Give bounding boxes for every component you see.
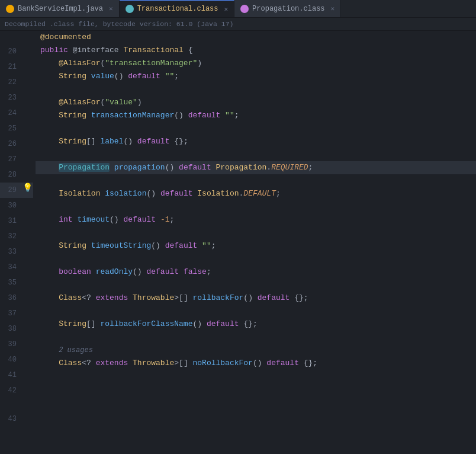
code-line: Class<? extends Throwable>[] rollbackFor… bbox=[36, 292, 476, 305]
line-row: 32 bbox=[0, 229, 33, 244]
line-row-usages bbox=[0, 398, 33, 411]
line-row: 37 bbox=[0, 306, 33, 321]
line-number: 22 bbox=[0, 75, 21, 90]
line-number: 33 bbox=[0, 244, 21, 260]
line-number: 30 bbox=[0, 198, 21, 213]
tab-propagation[interactable]: Propagation.class ✕ bbox=[234, 0, 341, 17]
tab-bankservice-label: BankServiceImpl.java bbox=[18, 5, 103, 13]
line-number: 24 bbox=[0, 105, 21, 121]
line-number bbox=[0, 398, 21, 401]
line-number: 39 bbox=[0, 337, 21, 352]
info-bar: Decompiled .class file, bytecode version… bbox=[0, 18, 476, 31]
code-line: public @interface Transactional { bbox=[36, 44, 476, 57]
code-line: int timeout() default -1; bbox=[36, 213, 476, 226]
line-row: 36 bbox=[0, 290, 33, 306]
line-number: 25 bbox=[0, 121, 21, 136]
code-line: @documented bbox=[36, 31, 476, 44]
line-row: 38 bbox=[0, 321, 33, 337]
tab-bar: BankServiceImpl.java ✕ Transactional.cla… bbox=[0, 0, 476, 18]
line-number: 32 bbox=[0, 229, 21, 244]
line-row: 30 bbox=[0, 198, 33, 213]
line-row: 27 bbox=[0, 152, 33, 167]
line-row: 35 bbox=[0, 275, 33, 290]
code-line bbox=[36, 305, 476, 318]
code-line-highlighted: Propagation propagation() default Propag… bbox=[36, 161, 476, 174]
line-row: 28 bbox=[0, 167, 33, 183]
line-number: 40 bbox=[0, 352, 21, 367]
line-number: 36 bbox=[0, 290, 21, 306]
line-row: 41 bbox=[0, 367, 33, 383]
tab-propagation-label: Propagation.class bbox=[252, 5, 324, 13]
code-line: Class<? extends Throwable>[] noRollbackF… bbox=[36, 357, 476, 370]
code-line-usages: 2 usages bbox=[36, 344, 476, 357]
line-number: 43 bbox=[0, 411, 21, 427]
bulb-icon[interactable]: 💡 bbox=[22, 183, 33, 193]
line-row: 24 bbox=[0, 105, 33, 121]
class-t-icon bbox=[126, 5, 134, 13]
line-row: 23 bbox=[0, 90, 33, 105]
code-line bbox=[36, 122, 476, 135]
code-line bbox=[36, 200, 476, 213]
code-line bbox=[36, 252, 476, 266]
line-row-highlighted: 29 💡 bbox=[0, 183, 33, 198]
line-row: 43 bbox=[0, 411, 33, 427]
tab-propagation-close[interactable]: ✕ bbox=[331, 5, 335, 12]
line-row: 31 bbox=[0, 213, 33, 229]
line-number: 27 bbox=[0, 152, 21, 167]
line-row: 42 bbox=[0, 383, 33, 398]
line-row: 22 bbox=[0, 75, 33, 90]
line-numbers: 20 21 22 23 24 25 26 bbox=[0, 31, 33, 452]
code-line bbox=[36, 331, 476, 344]
line-number: 21 bbox=[0, 59, 21, 75]
code-line: @AliasFor("value") bbox=[36, 96, 476, 109]
code-content: @documented public @interface Transactio… bbox=[33, 31, 476, 452]
line-number: 28 bbox=[0, 167, 21, 183]
line-row: 20 bbox=[0, 44, 33, 59]
code-line: Isolation isolation() default Isolation.… bbox=[36, 187, 476, 200]
line-row: 39 bbox=[0, 337, 33, 352]
line-number: 37 bbox=[0, 306, 21, 321]
line-row: 40 bbox=[0, 352, 33, 367]
code-line bbox=[36, 174, 476, 187]
tab-bankservice-close[interactable]: ✕ bbox=[109, 5, 113, 12]
line-number: 23 bbox=[0, 90, 21, 105]
line-number: 31 bbox=[0, 213, 21, 229]
line-row: 21 bbox=[0, 59, 33, 75]
code-line: boolean readOnly() default false; bbox=[36, 266, 476, 279]
line-row: 26 bbox=[0, 136, 33, 152]
line-number: 41 bbox=[0, 367, 21, 383]
line-number: 26 bbox=[0, 136, 21, 152]
code-line bbox=[36, 83, 476, 96]
line-number: 42 bbox=[0, 383, 21, 398]
tab-transactional-label: Transactional.class bbox=[137, 5, 218, 13]
line-number: 20 bbox=[0, 44, 21, 59]
line-row: 33 bbox=[0, 244, 33, 260]
line-number: 34 bbox=[0, 260, 21, 275]
line-number bbox=[0, 31, 21, 33]
code-line: String[] rollbackForClassName() default … bbox=[36, 318, 476, 331]
tab-transactional[interactable]: Transactional.class ✕ bbox=[120, 0, 234, 17]
line-row: 34 bbox=[0, 260, 33, 275]
class-p-icon bbox=[240, 5, 249, 13]
line-gutter[interactable]: 💡 bbox=[21, 183, 33, 193]
code-line: String value() default ""; bbox=[36, 70, 476, 83]
code-line: @AliasFor("transactionManager") bbox=[36, 57, 476, 70]
line-row bbox=[0, 31, 33, 44]
line-number: 35 bbox=[0, 275, 21, 290]
code-area: 20 21 22 23 24 25 26 bbox=[0, 31, 476, 452]
line-number: 38 bbox=[0, 321, 21, 337]
tab-transactional-close[interactable]: ✕ bbox=[224, 5, 228, 13]
tab-bankservice[interactable]: BankServiceImpl.java ✕ bbox=[0, 0, 120, 17]
java-icon bbox=[6, 5, 14, 13]
code-line: String timeoutString() default ""; bbox=[36, 239, 476, 252]
code-line bbox=[36, 148, 476, 161]
code-line: String transactionManager() default ""; bbox=[36, 109, 476, 122]
line-row: 25 bbox=[0, 121, 33, 136]
code-line: String[] label() default {}; bbox=[36, 135, 476, 148]
code-line bbox=[36, 226, 476, 239]
info-bar-text: Decompiled .class file, bytecode version… bbox=[5, 20, 233, 28]
line-number: 29 bbox=[0, 183, 21, 198]
code-line bbox=[36, 279, 476, 292]
